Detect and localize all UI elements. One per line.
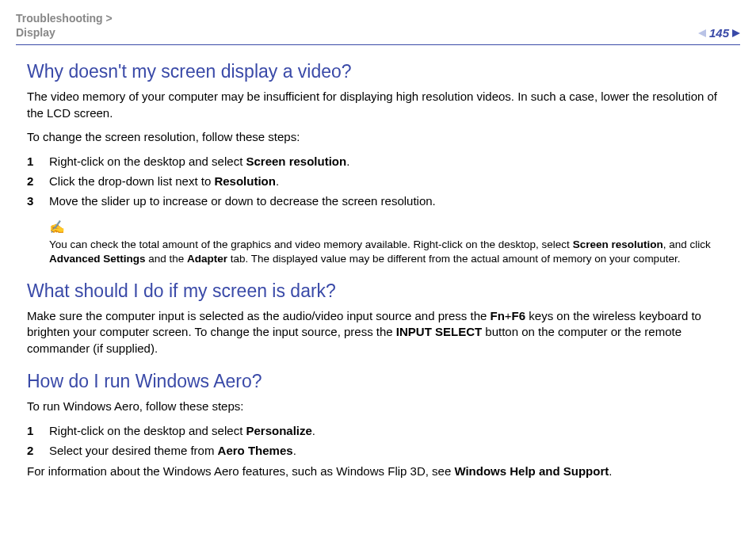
note: ✍ You can check the total amount of the … (49, 219, 729, 266)
page-nav: 145 (698, 26, 740, 40)
list-item: 3Move the slider up to increase or down … (27, 193, 729, 209)
prev-page-icon[interactable] (698, 29, 706, 37)
heading-aero: How do I run Windows Aero? (27, 371, 729, 392)
list-item: 1Right-click on the desktop and select S… (27, 153, 729, 170)
header: Troubleshooting > Display 145 (16, 11, 740, 45)
para: To change the screen resolution, follow … (27, 129, 729, 145)
steps-list: 1Right-click on the desktop and select S… (27, 153, 729, 209)
para: To run Windows Aero, follow these steps: (27, 399, 729, 414)
next-page-icon[interactable] (732, 29, 740, 37)
breadcrumb-top: Troubleshooting > (16, 12, 113, 25)
content: Why doesn't my screen display a video? T… (16, 61, 740, 479)
list-item: 2Click the drop-down list next to Resolu… (27, 173, 729, 189)
breadcrumb: Troubleshooting > Display (16, 11, 113, 40)
note-icon: ✍ (49, 219, 729, 236)
heading-dark: What should I do if my screen is dark? (27, 280, 729, 302)
breadcrumb-sub: Display (16, 26, 55, 39)
list-item: 2Select your desired theme from Aero The… (27, 442, 729, 459)
para: Make sure the computer input is selected… (27, 308, 729, 357)
para: For information about the Windows Aero f… (27, 463, 729, 479)
heading-video: Why doesn't my screen display a video? (27, 61, 729, 82)
para: The video memory of your computer may be… (27, 89, 729, 121)
steps-list: 1Right-click on the desktop and select P… (27, 422, 729, 459)
page-number: 145 (709, 26, 729, 40)
list-item: 1Right-click on the desktop and select P… (27, 422, 729, 439)
